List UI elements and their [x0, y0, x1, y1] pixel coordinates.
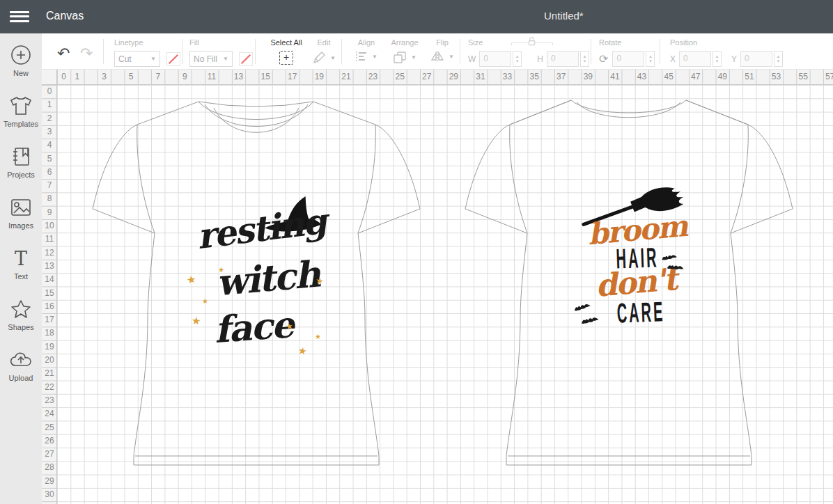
sidebar-item-upload[interactable]: Upload — [0, 338, 42, 389]
rotate-stepper[interactable]: ▲▼ — [646, 51, 655, 67]
sidebar-item-projects[interactable]: Projects — [0, 135, 42, 186]
star-icon: ★ — [202, 298, 209, 306]
photo-icon — [10, 196, 32, 219]
sidebar-item-text[interactable]: T Text — [0, 237, 42, 288]
sidebar-item-shapes[interactable]: Shapes — [0, 288, 42, 338]
tshirt-icon — [9, 94, 33, 118]
chevron-down-icon: ▼ — [223, 56, 228, 62]
sidebar-item-images[interactable]: Images — [0, 186, 42, 237]
width-label: W — [468, 54, 476, 64]
star-icon: ★ — [217, 266, 224, 274]
width-stepper[interactable]: ▲▼ — [513, 51, 522, 67]
fill-select[interactable]: No Fill▼ — [189, 51, 233, 67]
chevron-down-icon: ▼ — [150, 56, 156, 62]
star-icon: ★ — [315, 333, 321, 340]
dashed-plus-icon: + — [279, 51, 293, 65]
tshirt-templates — [57, 85, 833, 504]
select-all-button[interactable]: Select All + — [266, 38, 306, 65]
fill-color-swatch[interactable] — [239, 52, 253, 66]
rotate-label: Rotate — [599, 38, 655, 47]
cloud-upload-icon — [9, 348, 33, 372]
notebook-icon — [10, 145, 31, 168]
linetype-select[interactable]: Cut▼ — [114, 51, 160, 67]
edit-menu-button[interactable]: Edit ▼ — [308, 38, 340, 65]
x-stepper[interactable]: ▲▼ — [713, 51, 722, 67]
align-lines-icon — [355, 51, 368, 62]
mirror-triangles-icon — [430, 51, 444, 62]
edit-toolbar: ↶ ↷ Linetype Cut▼ Fill No Fill▼ — [42, 33, 833, 70]
hamburger-menu-button[interactable] — [10, 8, 33, 25]
y-stepper[interactable]: ▲▼ — [774, 51, 783, 67]
pencil-icon — [312, 51, 326, 65]
linetype-color-swatch[interactable] — [166, 52, 180, 66]
bat-icon — [667, 260, 685, 274]
flip-menu-button[interactable]: Flip ▼ — [426, 38, 458, 62]
star-icon: ★ — [186, 274, 197, 285]
star-outline-icon — [10, 297, 32, 321]
position-label: Position — [670, 38, 783, 47]
star-icon: ★ — [297, 345, 308, 356]
sidebar-item-templates[interactable]: Templates — [0, 84, 42, 135]
lock-icon[interactable] — [527, 36, 536, 49]
chevron-down-icon: ▼ — [330, 55, 336, 61]
y-input[interactable]: 0 — [740, 51, 772, 67]
undo-button[interactable]: ↶ — [57, 45, 70, 62]
linetype-label: Linetype — [114, 38, 180, 47]
rotate-input[interactable]: 0 — [612, 51, 644, 67]
letter-t-icon: T — [15, 246, 27, 270]
y-label: Y — [731, 54, 737, 64]
arrange-menu-button[interactable]: Arrange ▼ — [384, 38, 425, 63]
ruler-corner — [42, 70, 57, 85]
design-word: CARE — [594, 295, 687, 331]
ruler-horizontal: 0135791113151719212325272931333537394143… — [57, 70, 833, 85]
sidebar: New Templates Projects Images T Text — [0, 33, 42, 504]
design-canvas[interactable]: resting witch face ★★★★★★★★ broom HAIR d… — [57, 85, 833, 504]
header-bar: Canvas Untitled* — [0, 0, 833, 33]
layers-icon — [393, 51, 407, 63]
ruler-vertical: 0123456789101112131415161718192021222324… — [42, 85, 57, 504]
x-label: X — [670, 54, 676, 64]
redo-button[interactable]: ↷ — [80, 45, 93, 62]
chevron-down-icon: ▼ — [449, 54, 454, 60]
align-menu-button[interactable]: Align ▼ — [350, 38, 383, 62]
width-input[interactable]: 0 — [479, 51, 511, 67]
rotate-arrow-icon: ⟳ — [599, 52, 608, 65]
star-icon: ★ — [191, 315, 201, 326]
document-title[interactable]: Untitled* — [544, 10, 584, 22]
plus-circle-icon — [10, 43, 32, 67]
height-label: H — [537, 54, 543, 64]
x-input[interactable]: 0 — [679, 51, 711, 67]
star-icon: ★ — [285, 322, 294, 331]
hamburger-icon — [10, 11, 29, 13]
page-title: Canvas — [46, 10, 84, 22]
app-window: Canvas Untitled* New Templates Projects — [0, 0, 833, 504]
height-stepper[interactable]: ▲▼ — [580, 51, 589, 67]
chevron-down-icon: ▼ — [411, 54, 416, 61]
sidebar-item-new[interactable]: New — [0, 33, 42, 84]
height-input[interactable]: 0 — [547, 51, 579, 67]
chevron-down-icon: ▼ — [372, 54, 377, 60]
fill-label: Fill — [189, 38, 253, 47]
